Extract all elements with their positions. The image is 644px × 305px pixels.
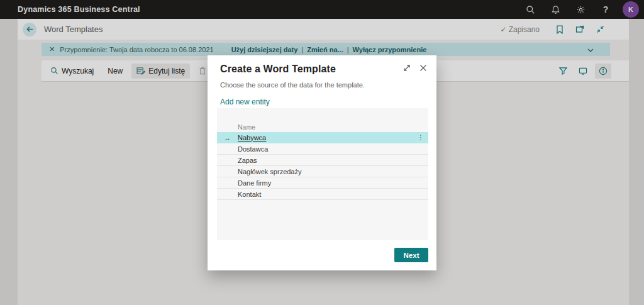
entity-table: Name →Nabywca⋮DostawcaZapasNagłówek sprz… bbox=[217, 108, 428, 240]
entity-name[interactable]: Dane firmy bbox=[238, 179, 413, 187]
name-column-header[interactable]: Name bbox=[238, 123, 255, 131]
entity-name[interactable]: Zapas bbox=[238, 157, 413, 164]
dialog-header: Create a Word Template bbox=[208, 55, 436, 75]
table-row[interactable]: Dane firmy bbox=[217, 177, 428, 189]
table-row[interactable]: Zapas bbox=[217, 155, 428, 166]
table-top-spacer bbox=[217, 108, 428, 121]
add-new-entity-link[interactable]: Add new entity bbox=[220, 97, 270, 106]
entity-name[interactable]: Nabywca bbox=[238, 134, 413, 141]
table-row[interactable]: Dostawca bbox=[217, 143, 428, 155]
entity-table-body: →Nabywca⋮DostawcaZapasNagłówek sprzedaży… bbox=[217, 132, 428, 200]
entity-name[interactable]: Kontakt bbox=[238, 191, 413, 198]
dialog-header-icons bbox=[402, 64, 428, 72]
expand-dialog-icon[interactable] bbox=[402, 64, 411, 72]
table-row[interactable]: →Nabywca⋮ bbox=[217, 132, 428, 143]
entity-name[interactable]: Dostawca bbox=[238, 145, 413, 153]
close-dialog-icon[interactable] bbox=[419, 64, 428, 72]
dialog-description: Choose the source of the data for the te… bbox=[208, 75, 436, 89]
table-row[interactable]: Kontakt bbox=[217, 189, 428, 200]
create-word-template-dialog: Create a Word Template Choose the source… bbox=[208, 55, 436, 270]
table-header-row: Name bbox=[217, 121, 428, 132]
table-row[interactable]: Nagłówek sprzedaży bbox=[217, 166, 428, 177]
dialog-footer: Next bbox=[394, 248, 428, 262]
entity-name[interactable]: Nagłówek sprzedaży bbox=[238, 168, 413, 175]
dialog-title: Create a Word Template bbox=[220, 64, 336, 75]
next-button[interactable]: Next bbox=[394, 248, 428, 262]
row-menu-kebab-icon[interactable]: ⋮ bbox=[413, 134, 428, 141]
selected-row-arrow-icon: → bbox=[217, 134, 238, 141]
